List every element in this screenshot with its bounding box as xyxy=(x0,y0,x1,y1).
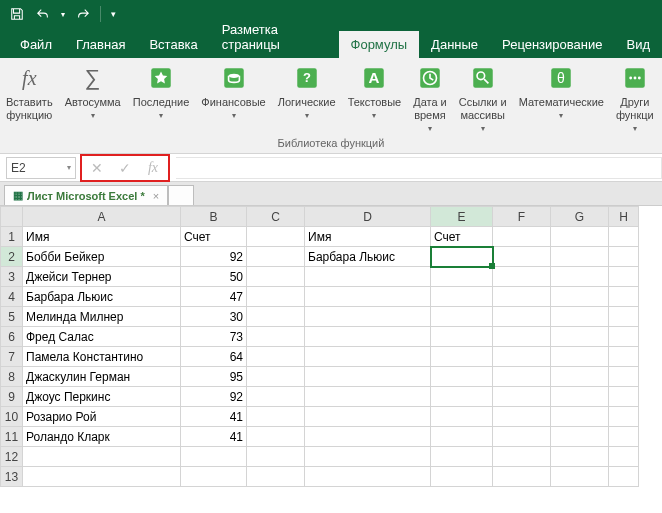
row-header[interactable]: 8 xyxy=(1,367,23,387)
cell[interactable] xyxy=(493,367,551,387)
cell[interactable] xyxy=(551,247,609,267)
cell[interactable] xyxy=(305,347,431,367)
row-header[interactable]: 5 xyxy=(1,307,23,327)
cell[interactable] xyxy=(551,367,609,387)
col-header-D[interactable]: D xyxy=(305,207,431,227)
cell[interactable] xyxy=(493,387,551,407)
col-header-E[interactable]: E xyxy=(431,207,493,227)
cell[interactable] xyxy=(493,407,551,427)
cell[interactable] xyxy=(551,467,609,487)
undo-icon[interactable] xyxy=(32,3,54,25)
cell[interactable] xyxy=(551,447,609,467)
cancel-icon[interactable]: ✕ xyxy=(86,158,108,178)
cell[interactable] xyxy=(305,287,431,307)
cell[interactable] xyxy=(247,287,305,307)
row-header[interactable]: 13 xyxy=(1,467,23,487)
cell[interactable] xyxy=(305,327,431,347)
select-all-corner[interactable] xyxy=(1,207,23,227)
cell[interactable] xyxy=(431,287,493,307)
cell[interactable] xyxy=(181,447,247,467)
cell[interactable] xyxy=(431,307,493,327)
formula-input[interactable] xyxy=(176,157,662,179)
cell[interactable] xyxy=(551,407,609,427)
cell[interactable] xyxy=(609,447,639,467)
spreadsheet-grid[interactable]: A B C D E F G H 1ИмяСчетИмяСчет2Бобби Бе… xyxy=(0,206,639,487)
cell[interactable] xyxy=(551,387,609,407)
cell[interactable]: Мелинда Милнер xyxy=(23,307,181,327)
row-header[interactable]: 7 xyxy=(1,347,23,367)
cell[interactable] xyxy=(609,227,639,247)
recent-button[interactable]: Последние ▾ xyxy=(127,58,196,135)
cell[interactable] xyxy=(551,327,609,347)
cell[interactable] xyxy=(247,267,305,287)
cell[interactable] xyxy=(551,287,609,307)
cell[interactable]: 47 xyxy=(181,287,247,307)
cell[interactable] xyxy=(247,327,305,347)
enter-icon[interactable]: ✓ xyxy=(114,158,136,178)
cell[interactable] xyxy=(305,407,431,427)
cell[interactable] xyxy=(609,407,639,427)
cell[interactable] xyxy=(609,387,639,407)
name-box[interactable]: E2 ▾ xyxy=(6,157,76,179)
cell[interactable] xyxy=(305,267,431,287)
cell[interactable] xyxy=(247,227,305,247)
lookup-button[interactable]: Ссылки и массивы ▾ xyxy=(453,58,513,135)
cell[interactable]: 41 xyxy=(181,407,247,427)
tab-insert[interactable]: Вставка xyxy=(137,31,209,58)
cell[interactable] xyxy=(493,287,551,307)
cell[interactable] xyxy=(609,347,639,367)
cell[interactable] xyxy=(247,367,305,387)
cell[interactable]: 30 xyxy=(181,307,247,327)
cell[interactable] xyxy=(23,447,181,467)
cell[interactable] xyxy=(551,227,609,247)
col-header-C[interactable]: C xyxy=(247,207,305,227)
cell[interactable]: Розарио Рой xyxy=(23,407,181,427)
cell[interactable] xyxy=(247,307,305,327)
cell[interactable] xyxy=(305,387,431,407)
cell[interactable] xyxy=(551,347,609,367)
cell[interactable]: Барбара Льюис xyxy=(23,287,181,307)
cell[interactable] xyxy=(493,327,551,347)
tab-view[interactable]: Вид xyxy=(614,31,662,58)
cell[interactable] xyxy=(431,327,493,347)
cell[interactable]: 73 xyxy=(181,327,247,347)
cell[interactable] xyxy=(247,247,305,267)
row-header[interactable]: 9 xyxy=(1,387,23,407)
cell[interactable] xyxy=(609,327,639,347)
cell[interactable]: Фред Салас xyxy=(23,327,181,347)
row-header[interactable]: 6 xyxy=(1,327,23,347)
cell[interactable] xyxy=(551,307,609,327)
cell[interactable] xyxy=(247,387,305,407)
cell[interactable]: 50 xyxy=(181,267,247,287)
cell[interactable] xyxy=(609,287,639,307)
row-header[interactable]: 1 xyxy=(1,227,23,247)
cell[interactable] xyxy=(493,347,551,367)
autosum-button[interactable]: ∑ Автосумма ▾ xyxy=(59,58,127,135)
cell[interactable] xyxy=(305,447,431,467)
cell[interactable]: Барбара Льюис xyxy=(305,247,431,267)
cell[interactable] xyxy=(305,367,431,387)
col-header-H[interactable]: H xyxy=(609,207,639,227)
tab-data[interactable]: Данные xyxy=(419,31,490,58)
cell[interactable]: Джоус Перкинс xyxy=(23,387,181,407)
insert-function-icon[interactable]: fx xyxy=(142,158,164,178)
cell[interactable] xyxy=(551,427,609,447)
col-header-A[interactable]: A xyxy=(23,207,181,227)
customize-qat-icon[interactable]: ▾ xyxy=(107,3,119,25)
row-header[interactable]: 11 xyxy=(1,427,23,447)
row-header[interactable]: 3 xyxy=(1,267,23,287)
tab-review[interactable]: Рецензирование xyxy=(490,31,614,58)
cell[interactable]: 92 xyxy=(181,387,247,407)
cell[interactable] xyxy=(609,467,639,487)
tab-file[interactable]: Файл xyxy=(8,31,64,58)
math-button[interactable]: θ Математические ▾ xyxy=(513,58,610,135)
cell[interactable] xyxy=(247,467,305,487)
cell[interactable]: 92 xyxy=(181,247,247,267)
cell[interactable]: Джейси Тернер xyxy=(23,267,181,287)
sheet-tab[interactable]: ▦ Лист Microsoft Excel * × xyxy=(4,185,168,205)
cell[interactable] xyxy=(247,447,305,467)
cell[interactable] xyxy=(493,267,551,287)
cell[interactable]: Счет xyxy=(181,227,247,247)
cell[interactable]: Роландо Кларк xyxy=(23,427,181,447)
chevron-down-icon[interactable]: ▾ xyxy=(67,163,71,172)
